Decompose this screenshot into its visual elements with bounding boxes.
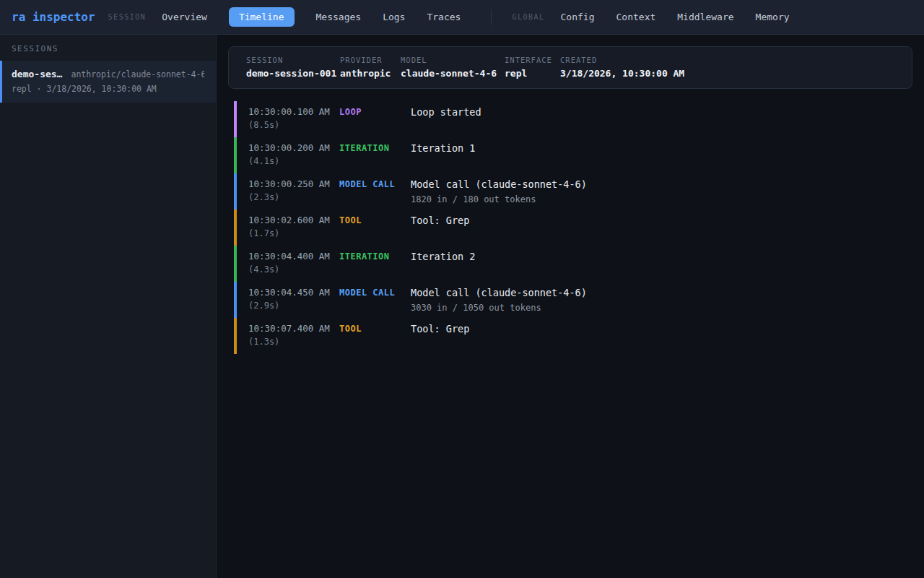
event-duration: (4.3s) — [248, 264, 339, 275]
event-type-badge: TOOL — [339, 323, 411, 334]
event-time: 10:30:00.200 AM — [248, 142, 339, 153]
app-logo: ra inspector — [12, 10, 95, 24]
session-item-model: anthropic/claude-sonnet-4-6 — [71, 69, 204, 79]
event-time: 10:30:02.600 AM — [248, 215, 339, 225]
global-tabs: Config Context Middleware Memory — [561, 7, 790, 27]
event-title: Iteration 1 — [411, 142, 912, 154]
session-list-item[interactable]: demo-ses… anthropic/claude-sonnet-4-6 re… — [0, 61, 216, 103]
event-body: Tool: Grep — [411, 215, 912, 226]
event-time-col: 10:30:00.250 AM (2.3s) — [248, 178, 339, 202]
event-title: Tool: Grep — [411, 215, 912, 226]
field-provider: PROVIDER anthropic — [340, 56, 401, 79]
field-interface: INTERFACE repl — [505, 56, 560, 79]
event-title: Loop started — [411, 106, 912, 118]
event-title: Tool: Grep — [411, 323, 912, 335]
event-type-badge: MODEL CALL — [339, 287, 411, 298]
nav-divider — [491, 9, 492, 25]
event-title: Model call (claude-sonnet-4-6) — [411, 287, 912, 298]
top-nav: ra inspector SESSION Overview Timeline M… — [0, 0, 924, 35]
event-time: 10:30:04.400 AM — [248, 251, 339, 262]
event-duration: (8.5s) — [248, 120, 339, 130]
event-token-usage: 3030 in / 1050 out tokens — [411, 303, 912, 313]
timeline-event-model-call-1[interactable]: 10:30:00.250 AM (2.3s) MODEL CALL Model … — [234, 173, 912, 210]
timeline-event-tool-grep-1[interactable]: 10:30:02.600 AM (1.7s) TOOL Tool: Grep — [234, 210, 912, 246]
event-time: 10:30:07.400 AM — [248, 323, 339, 334]
timeline: 10:30:00.100 AM (8.5s) LOOP Loop started… — [234, 101, 912, 354]
event-time-col: 10:30:00.100 AM (8.5s) — [248, 106, 339, 130]
field-session-value: demo-session-001 — [246, 68, 340, 79]
sidebar: SESSIONS demo-ses… anthropic/claude-sonn… — [0, 35, 217, 578]
event-body: Tool: Grep — [411, 323, 912, 335]
tab-messages[interactable]: Messages — [316, 7, 362, 27]
tab-overview[interactable]: Overview — [162, 7, 207, 27]
field-provider-value: anthropic — [340, 68, 401, 79]
event-time: 10:30:00.100 AM — [248, 106, 339, 117]
field-model-label: MODEL — [401, 56, 505, 64]
session-item-name: demo-ses… — [12, 69, 62, 79]
event-duration: (1.3s) — [248, 337, 339, 347]
event-body: Model call (claude-sonnet-4-6) 1820 in /… — [411, 178, 912, 204]
session-tabs: Overview Timeline Messages Logs Traces — [162, 7, 461, 27]
event-duration: (4.1s) — [248, 156, 339, 166]
field-session-label: SESSION — [246, 56, 340, 64]
field-interface-label: INTERFACE — [505, 56, 560, 64]
tab-logs[interactable]: Logs — [383, 7, 405, 27]
field-created-label: CREATED — [560, 56, 684, 64]
field-interface-value: repl — [505, 68, 560, 79]
session-group-label: SESSION — [108, 13, 147, 21]
tab-memory[interactable]: Memory — [756, 7, 790, 27]
timeline-event-iteration-2[interactable]: 10:30:04.400 AM (4.3s) ITERATION Iterati… — [234, 246, 912, 282]
event-type-badge: MODEL CALL — [339, 178, 411, 189]
event-type-badge: TOOL — [339, 215, 411, 225]
event-time-col: 10:30:07.400 AM (1.3s) — [248, 323, 339, 347]
session-item-line1: demo-ses… anthropic/claude-sonnet-4-6 — [12, 69, 204, 79]
event-time-col: 10:30:04.400 AM (4.3s) — [248, 251, 339, 275]
field-model: MODEL claude-sonnet-4-6 — [401, 56, 505, 79]
event-duration: (2.3s) — [248, 192, 339, 202]
event-type-badge: ITERATION — [339, 142, 411, 153]
event-time: 10:30:04.450 AM — [248, 287, 339, 298]
event-type-badge: ITERATION — [339, 251, 411, 262]
timeline-event-iteration-1[interactable]: 10:30:00.200 AM (4.1s) ITERATION Iterati… — [234, 137, 912, 173]
event-body: Iteration 2 — [411, 251, 912, 262]
event-duration: (1.7s) — [248, 228, 339, 238]
timeline-event-tool-grep-2[interactable]: 10:30:07.400 AM (1.3s) TOOL Tool: Grep — [234, 318, 912, 354]
event-time: 10:30:00.250 AM — [248, 178, 339, 189]
timeline-event-loop-started[interactable]: 10:30:00.100 AM (8.5s) LOOP Loop started — [234, 101, 912, 137]
event-body: Iteration 1 — [411, 142, 912, 154]
field-session: SESSION demo-session-001 — [246, 56, 340, 79]
timeline-event-model-call-2[interactable]: 10:30:04.450 AM (2.9s) MODEL CALL Model … — [234, 282, 912, 318]
tab-timeline[interactable]: Timeline — [229, 7, 295, 27]
tab-traces[interactable]: Traces — [427, 7, 461, 27]
event-time-col: 10:30:04.450 AM (2.9s) — [248, 287, 339, 311]
event-time-col: 10:30:02.600 AM (1.7s) — [248, 215, 339, 238]
sessions-header: SESSIONS — [0, 35, 216, 61]
tab-config[interactable]: Config — [561, 7, 595, 27]
main-content: SESSION demo-session-001 PROVIDER anthro… — [217, 35, 924, 578]
event-time-col: 10:30:00.200 AM (4.1s) — [248, 142, 339, 166]
field-created-value: 3/18/2026, 10:30:00 AM — [560, 68, 684, 79]
global-group-label: GLOBAL — [512, 13, 544, 21]
event-body: Model call (claude-sonnet-4-6) 3030 in /… — [411, 287, 912, 313]
event-body: Loop started — [411, 106, 912, 118]
tab-context[interactable]: Context — [616, 7, 656, 27]
session-item-meta: repl · 3/18/2026, 10:30:00 AM — [12, 84, 204, 94]
event-token-usage: 1820 in / 180 out tokens — [411, 194, 912, 204]
field-model-value: claude-sonnet-4-6 — [401, 68, 505, 79]
event-title: Iteration 2 — [411, 251, 912, 262]
tab-middleware[interactable]: Middleware — [677, 7, 733, 27]
session-info-card: SESSION demo-session-001 PROVIDER anthro… — [228, 46, 912, 89]
event-title: Model call (claude-sonnet-4-6) — [411, 178, 912, 190]
event-type-badge: LOOP — [339, 106, 411, 117]
field-created: CREATED 3/18/2026, 10:30:00 AM — [560, 56, 684, 79]
field-provider-label: PROVIDER — [340, 56, 401, 64]
event-duration: (2.9s) — [248, 301, 339, 311]
